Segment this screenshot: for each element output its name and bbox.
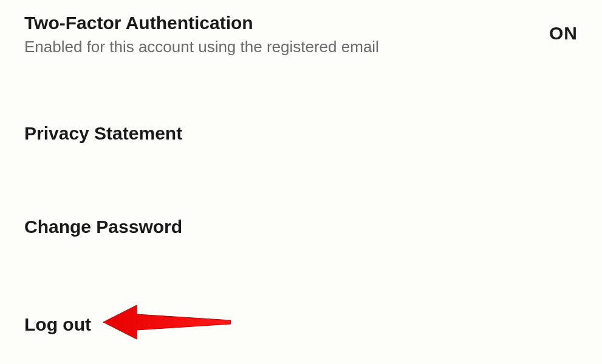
logout-label: Log out xyxy=(24,314,91,335)
privacy-statement-label: Privacy Statement xyxy=(24,123,182,144)
two-factor-toggle-state[interactable]: ON xyxy=(549,12,578,44)
logout-link[interactable]: Log out xyxy=(24,304,578,345)
svg-marker-0 xyxy=(103,305,231,339)
two-factor-subtitle: Enabled for this account using the regis… xyxy=(24,38,379,56)
change-password-link[interactable]: Change Password xyxy=(24,217,578,237)
arrow-left-icon xyxy=(103,304,231,345)
two-factor-main: Two-Factor Authentication Enabled for th… xyxy=(24,12,379,56)
change-password-label: Change Password xyxy=(24,217,182,237)
two-factor-row[interactable]: Two-Factor Authentication Enabled for th… xyxy=(24,12,578,56)
privacy-statement-link[interactable]: Privacy Statement xyxy=(24,123,578,144)
two-factor-title: Two-Factor Authentication xyxy=(24,12,379,34)
